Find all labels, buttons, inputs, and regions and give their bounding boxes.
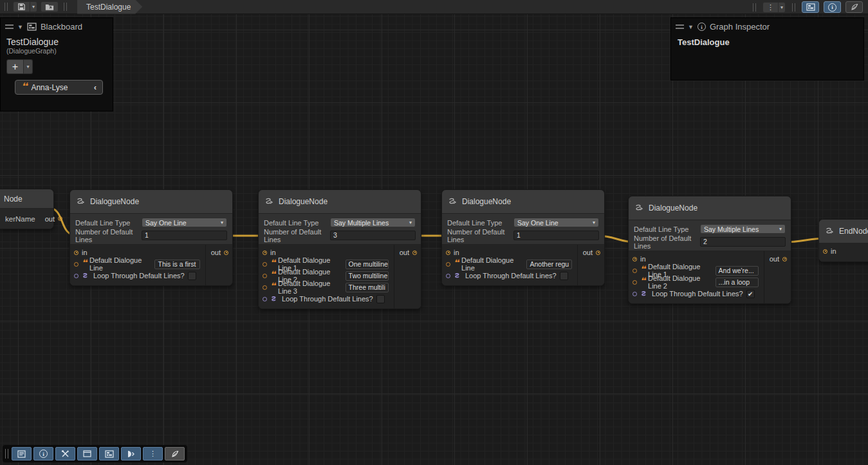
toolbar-drag-handle[interactable] bbox=[753, 3, 756, 12]
blackboard-button[interactable] bbox=[99, 447, 119, 460]
line-count-field[interactable]: 1 bbox=[513, 231, 599, 240]
end-node[interactable]: EndNode in bbox=[818, 219, 868, 262]
in-port[interactable] bbox=[446, 251, 450, 255]
chevron-down-icon: ▾ bbox=[409, 220, 412, 225]
add-property-button[interactable]: + bbox=[6, 59, 24, 74]
loop-checkbox[interactable] bbox=[188, 272, 196, 280]
toolbar-drag-handle[interactable] bbox=[5, 3, 8, 11]
drag-handle-icon[interactable] bbox=[5, 24, 14, 29]
graph-inspector-header[interactable]: ▼ i Graph Inspector bbox=[671, 18, 863, 34]
node-title-bar[interactable]: DialogueNode bbox=[70, 190, 232, 214]
line-value-field[interactable]: Another regu bbox=[526, 260, 572, 269]
loop-port[interactable] bbox=[263, 297, 267, 301]
node-title-bar[interactable]: EndNode bbox=[819, 220, 868, 243]
line-value-field[interactable]: Three multili bbox=[346, 283, 389, 292]
line-value-field[interactable]: Two multiline bbox=[346, 271, 389, 281]
info-icon: i bbox=[697, 23, 706, 31]
dialogue-node-4[interactable]: DialogueNode Default Line Type Say Multi… bbox=[628, 196, 791, 304]
open-button[interactable] bbox=[41, 1, 59, 12]
window-button[interactable] bbox=[77, 447, 97, 460]
bottom-toolbar: i ⋮ bbox=[3, 445, 187, 462]
collapse-arrow-icon[interactable]: ▼ bbox=[17, 24, 23, 30]
in-port[interactable] bbox=[263, 251, 267, 255]
toggle-blackboard-button[interactable] bbox=[802, 1, 819, 13]
line-count-field[interactable]: 2 bbox=[700, 237, 786, 247]
line-type-dropdown[interactable]: Say One Line▾ bbox=[142, 218, 227, 227]
line-port[interactable] bbox=[263, 285, 267, 290]
line-port[interactable] bbox=[74, 262, 78, 267]
toolbar-drag-handle[interactable] bbox=[64, 3, 67, 11]
loop-port[interactable] bbox=[446, 274, 450, 278]
line-port[interactable] bbox=[446, 262, 450, 267]
toggle-graph-inspector-button[interactable]: i bbox=[824, 1, 841, 13]
out-port-label: out bbox=[400, 249, 409, 256]
dialogue-node-3[interactable]: DialogueNode Default Line Type Say One L… bbox=[441, 189, 605, 286]
in-port[interactable] bbox=[633, 257, 637, 261]
quote-icon: ❛❛ bbox=[21, 84, 26, 89]
line-value-field[interactable]: This is a first bbox=[154, 260, 200, 269]
loop-checkbox[interactable] bbox=[376, 295, 385, 303]
line-type-dropdown[interactable]: Say Multiple Lines▾ bbox=[700, 224, 786, 234]
line-type-dropdown[interactable]: Say Multiple Lines▾ bbox=[330, 218, 416, 227]
dialogue-node-1[interactable]: DialogueNode Default Line Type Say One L… bbox=[69, 189, 233, 286]
in-port[interactable] bbox=[74, 251, 78, 255]
out-port[interactable] bbox=[412, 251, 417, 255]
loop-port[interactable] bbox=[74, 274, 78, 278]
line-value-field[interactable]: One multiline bbox=[346, 260, 389, 269]
dialogue-node-2[interactable]: DialogueNode Default Line Type Say Multi… bbox=[258, 189, 421, 309]
tools-button[interactable] bbox=[55, 447, 75, 460]
node-title-bar[interactable]: DialogueNode bbox=[259, 190, 421, 214]
out-port[interactable] bbox=[596, 251, 600, 255]
out-port-label: out bbox=[770, 255, 779, 263]
blackboard-panel[interactable]: ▼ Blackboard TestDialogue (DialogueGraph… bbox=[0, 17, 113, 111]
graph-type: (DialogueGraph) bbox=[1, 47, 113, 55]
line-port[interactable] bbox=[263, 274, 267, 278]
line-count-field[interactable]: 3 bbox=[330, 231, 416, 240]
info-button[interactable]: i bbox=[33, 447, 53, 460]
blackboard-header[interactable]: ▼ Blackboard bbox=[1, 18, 113, 34]
dialogue-node-icon bbox=[76, 197, 86, 206]
more-menu-button[interactable]: ⋮ bbox=[143, 447, 163, 460]
collapse-chevron-icon[interactable]: ‹ bbox=[94, 82, 97, 92]
panel-title: Graph Inspector bbox=[710, 22, 770, 32]
port-label: kerName bbox=[0, 215, 41, 223]
loop-checkbox[interactable] bbox=[560, 272, 568, 280]
text-lines-button[interactable] bbox=[12, 447, 32, 460]
quill-button[interactable] bbox=[165, 447, 185, 460]
save-dropdown-button[interactable]: ▾ bbox=[30, 1, 37, 12]
add-property-dropdown[interactable]: ▾ bbox=[24, 59, 33, 74]
more-dropdown-button[interactable]: ▾ bbox=[779, 2, 786, 13]
graph-inspector-panel[interactable]: ▼ i Graph Inspector TestDialogue bbox=[670, 17, 864, 81]
save-button[interactable] bbox=[13, 1, 30, 12]
loop-checkbox[interactable] bbox=[746, 290, 755, 298]
toolbar-drag-handle[interactable] bbox=[792, 3, 795, 12]
in-port-label: in bbox=[831, 247, 836, 255]
out-port[interactable] bbox=[224, 251, 228, 255]
speaker-node-partial[interactable]: Node kerName out bbox=[0, 189, 54, 229]
blackboard-icon bbox=[27, 23, 37, 31]
tab-test-dialogue[interactable]: TestDialogue bbox=[77, 0, 142, 14]
preview-button[interactable] bbox=[121, 447, 141, 460]
line-port[interactable] bbox=[633, 269, 637, 273]
node-title-bar[interactable]: Node bbox=[0, 189, 53, 209]
line-value-field[interactable]: And we're... bbox=[716, 266, 759, 276]
line-port[interactable] bbox=[633, 280, 637, 285]
in-port[interactable] bbox=[823, 249, 827, 254]
line-type-dropdown[interactable]: Say One Line▾ bbox=[513, 218, 599, 227]
node-title-bar[interactable]: DialogueNode bbox=[629, 196, 791, 220]
line-value-field[interactable]: ...in a loop bbox=[716, 278, 759, 287]
exposed-property-anna-lyse[interactable]: ❛❛ Anna-Lyse ‹ bbox=[15, 80, 103, 95]
out-port[interactable] bbox=[58, 216, 62, 221]
collapse-arrow-icon[interactable]: ▼ bbox=[688, 24, 694, 30]
toggle-quill-button[interactable] bbox=[845, 1, 863, 13]
more-menu-button[interactable]: ⋮ bbox=[762, 2, 779, 13]
toolbar-drag-handle[interactable] bbox=[5, 449, 8, 459]
node-title-bar[interactable]: DialogueNode bbox=[442, 190, 604, 214]
folder-open-icon bbox=[45, 3, 54, 11]
line-port[interactable] bbox=[263, 262, 267, 267]
line-count-field[interactable]: 1 bbox=[142, 231, 227, 240]
loop-port[interactable] bbox=[633, 292, 637, 296]
out-port[interactable] bbox=[782, 257, 787, 261]
graph-canvas[interactable]: Node kerName out DialogueNode Default Li… bbox=[0, 14, 868, 465]
drag-handle-icon[interactable] bbox=[676, 24, 684, 29]
